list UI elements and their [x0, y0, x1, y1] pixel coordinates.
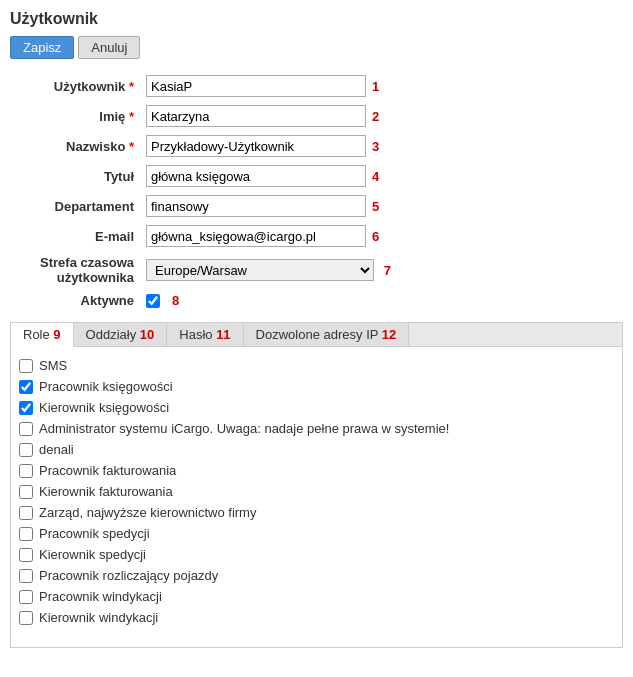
role-label: Pracownik fakturowania [39, 463, 176, 478]
list-item: Pracownik fakturowania [19, 460, 614, 481]
input-title[interactable] [146, 165, 366, 187]
role-label: Pracownik windykacji [39, 589, 162, 604]
timezone-select[interactable]: Europe/WarsawEurope/LondonAmerica/New_Yo… [146, 259, 374, 281]
list-item: SMS [19, 355, 614, 376]
role-label: Zarząd, najwyższe kierownictwo firmy [39, 505, 256, 520]
user-form: Użytkownik *1Imię *2Nazwisko *3Tytuł4Dep… [10, 71, 623, 312]
role-label: SMS [39, 358, 67, 373]
label-title: Tytuł [10, 161, 140, 191]
field-num-4: 4 [372, 169, 379, 184]
label-firstname: Imię * [10, 101, 140, 131]
tab-oddziały[interactable]: Oddziały 10 [74, 323, 168, 346]
field-num-2: 2 [372, 109, 379, 124]
label-email: E-mail [10, 221, 140, 251]
field-num-8: 8 [172, 293, 179, 308]
field-row-email: E-mail6 [10, 221, 623, 251]
role-label: Pracownik rozliczający pojazdy [39, 568, 218, 583]
role-label: Kierownik księgowości [39, 400, 169, 415]
toolbar: Zapisz Anuluj [10, 36, 623, 59]
list-item: Pracownik spedycji [19, 523, 614, 544]
input-department[interactable] [146, 195, 366, 217]
role-label: Administrator systemu iCargo. Uwaga: nad… [39, 421, 449, 436]
tab-role[interactable]: Role 9 [11, 323, 74, 347]
label-department: Departament [10, 191, 140, 221]
tab-hasło[interactable]: Hasło 11 [167, 323, 243, 346]
role-checkbox[interactable] [19, 506, 33, 520]
role-label: Pracownik księgowości [39, 379, 173, 394]
role-checkbox[interactable] [19, 527, 33, 541]
tabs-header: Role 9Oddziały 10Hasło 11Dozwolone adres… [11, 323, 622, 347]
field-row-department: Departament5 [10, 191, 623, 221]
page-title: Użytkownik [10, 10, 623, 28]
active-checkbox[interactable] [146, 294, 160, 308]
list-item: Pracownik rozliczający pojazdy [19, 565, 614, 586]
role-list: SMSPracownik księgowościKierownik księgo… [19, 355, 614, 628]
input-lastname[interactable] [146, 135, 366, 157]
role-label: Kierownik windykacji [39, 610, 158, 625]
list-item: Kierownik spedycji [19, 544, 614, 565]
field-row-lastname: Nazwisko *3 [10, 131, 623, 161]
tabs-container: Role 9Oddziały 10Hasło 11Dozwolone adres… [10, 322, 623, 648]
field-num-7: 7 [384, 263, 391, 278]
role-label: Kierownik fakturowania [39, 484, 173, 499]
role-label: Pracownik spedycji [39, 526, 150, 541]
tab-dozwolone-adresy-ip[interactable]: Dozwolone adresy IP 12 [244, 323, 410, 346]
input-email[interactable] [146, 225, 366, 247]
role-checkbox[interactable] [19, 380, 33, 394]
list-item: Pracownik księgowości [19, 376, 614, 397]
field-num-3: 3 [372, 139, 379, 154]
role-checkbox[interactable] [19, 548, 33, 562]
save-button[interactable]: Zapisz [10, 36, 74, 59]
timezone-label: Strefa czasowaużytkownika [10, 251, 140, 289]
list-item: Pracownik windykacji [19, 586, 614, 607]
role-label: Kierownik spedycji [39, 547, 146, 562]
role-checkbox[interactable] [19, 422, 33, 436]
list-item: Administrator systemu iCargo. Uwaga: nad… [19, 418, 614, 439]
field-num-1: 1 [372, 79, 379, 94]
cancel-button[interactable]: Anuluj [78, 36, 140, 59]
field-num-6: 6 [372, 229, 379, 244]
list-item: Kierownik windykacji [19, 607, 614, 628]
role-checkbox[interactable] [19, 611, 33, 625]
role-label: denali [39, 442, 74, 457]
list-item: Zarząd, najwyższe kierownictwo firmy [19, 502, 614, 523]
field-row-title: Tytuł4 [10, 161, 623, 191]
timezone-row: Strefa czasowaużytkownika Europe/WarsawE… [10, 251, 623, 289]
role-checkbox[interactable] [19, 590, 33, 604]
role-checkbox[interactable] [19, 569, 33, 583]
label-lastname: Nazwisko * [10, 131, 140, 161]
input-firstname[interactable] [146, 105, 366, 127]
input-username[interactable] [146, 75, 366, 97]
field-row-firstname: Imię *2 [10, 101, 623, 131]
field-num-5: 5 [372, 199, 379, 214]
role-checkbox[interactable] [19, 485, 33, 499]
list-item: Kierownik księgowości [19, 397, 614, 418]
active-label: Aktywne [10, 289, 140, 312]
field-row-username: Użytkownik *1 [10, 71, 623, 101]
role-checkbox[interactable] [19, 401, 33, 415]
list-item: Kierownik fakturowania [19, 481, 614, 502]
list-item: denali [19, 439, 614, 460]
tab-content-roles: SMSPracownik księgowościKierownik księgo… [11, 347, 622, 647]
role-checkbox[interactable] [19, 443, 33, 457]
label-username: Użytkownik * [10, 71, 140, 101]
active-row: Aktywne 8 [10, 289, 623, 312]
role-checkbox[interactable] [19, 464, 33, 478]
role-checkbox[interactable] [19, 359, 33, 373]
